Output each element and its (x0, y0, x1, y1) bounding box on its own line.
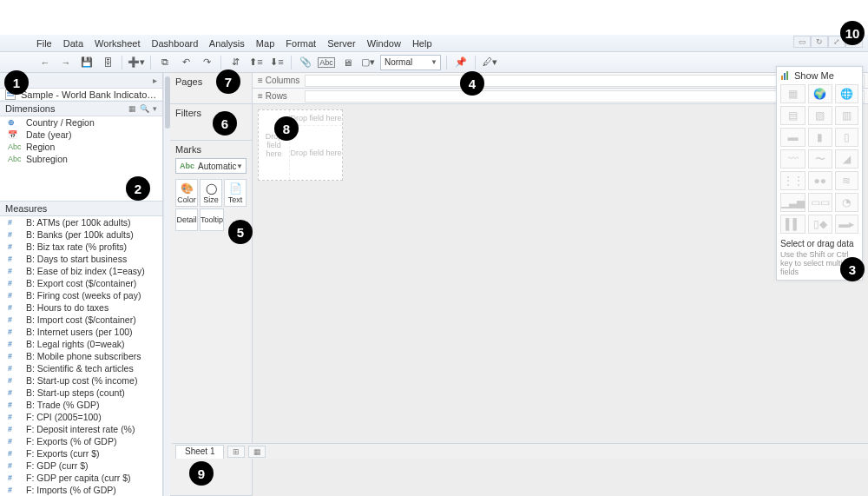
measure-field[interactable]: #B: Biz tax rate (% profits) (0, 241, 162, 253)
dimension-field[interactable]: AbcSubregion (0, 153, 162, 165)
dimensions-view-icon[interactable]: ▦ (128, 101, 136, 116)
filters-shelf[interactable]: Filters (170, 104, 252, 141)
sort-asc-button[interactable]: ⬆≡ (247, 55, 265, 70)
viztype-map-sym[interactable]: 🌍 (808, 84, 832, 103)
viztype-bar-v[interactable]: ▮ (808, 128, 832, 147)
measure-field[interactable]: #B: Start-up steps (count) (0, 387, 162, 399)
dimensions-search-icon[interactable]: 🔍 (140, 101, 149, 116)
menu-format[interactable]: Format (286, 38, 316, 49)
measure-field[interactable]: #B: Scientific & tech articles (0, 362, 162, 374)
menu-server[interactable]: Server (327, 38, 355, 49)
viztype-tree[interactable]: ▭▭ (808, 193, 832, 212)
dimensions-menu-icon[interactable]: ▾ (153, 101, 157, 116)
menu-map[interactable]: Map (256, 38, 274, 49)
callout-badge-4: 4 (460, 71, 484, 96)
text-button[interactable]: 📄Text (224, 179, 247, 207)
tooltip-button[interactable]: Tooltip (200, 208, 224, 231)
menu-analysis[interactable]: Analysis (209, 38, 245, 49)
measure-field[interactable]: #F: Imports (% of GDP) (0, 484, 162, 496)
view-drop-zone[interactable]: Drop field here Drop field here Drop fie… (258, 109, 343, 181)
measure-field[interactable]: #B: Start-up cost (% income) (0, 374, 162, 387)
measure-field[interactable]: #F: Exports (% of GDP) (0, 435, 162, 447)
undo-button[interactable]: ↶ (177, 55, 194, 70)
menu-data[interactable]: Data (63, 38, 83, 49)
highlight-button[interactable]: 🖊▾ (481, 55, 498, 70)
measure-field[interactable]: #B: Export cost ($/container) (0, 277, 162, 289)
detail-button[interactable]: Detail (175, 208, 198, 231)
viztype-bar-stack[interactable]: ▯ (835, 128, 859, 147)
measure-field[interactable]: #B: Trade (% GDP) (0, 399, 162, 411)
marktype-dropdown[interactable]: Abc Automatic ▼ (175, 158, 247, 174)
measure-field[interactable]: #B: Internet users (per 100) (0, 326, 162, 338)
fit-button[interactable]: ▢▾ (359, 55, 377, 70)
measure-field[interactable]: #B: ATMs (per 100k adults) (0, 216, 162, 228)
pin-button[interactable]: 📌 (452, 55, 470, 70)
measure-field[interactable]: #B: Mobile phone subscribers (0, 350, 162, 362)
save-button[interactable]: 💾 (78, 55, 95, 70)
measure-field[interactable]: #B: Import cost ($/container) (0, 314, 162, 326)
swap-axes-button[interactable]: ⇵ (227, 55, 244, 70)
viztype-dual[interactable]: ≋ (835, 171, 859, 190)
measure-field[interactable]: #F: Deposit interest rate (%) (0, 423, 162, 435)
viztype-map-fill[interactable]: 🌐 (835, 84, 859, 103)
viztype-pie[interactable]: ◔ (835, 193, 859, 212)
back-button[interactable]: ← (36, 55, 54, 70)
data-pane-menu-icon[interactable]: ▸ (153, 73, 157, 89)
measures-list: #B: ATMs (per 100k adults)#B: Banks (per… (0, 216, 162, 496)
scrollbar-thumb[interactable] (165, 76, 170, 129)
measure-field[interactable]: #F: CPI (2005=100) (0, 411, 162, 423)
presentation-button[interactable]: 🖥 (339, 55, 356, 70)
add-sheet-button[interactable]: ➕▾ (128, 55, 145, 70)
viztype-area[interactable]: ◢ (835, 149, 859, 169)
dimension-field[interactable]: 📅Date (year) (0, 129, 162, 141)
size-button[interactable]: ◯Size (200, 179, 222, 207)
viztype-scatter[interactable]: ⋮⋮ (780, 171, 806, 190)
menu-dashboard[interactable]: Dashboard (152, 38, 199, 49)
measure-field[interactable]: #B: Days to start business (0, 253, 162, 265)
measure-field[interactable]: #B: Legal rights (0=weak) (0, 338, 162, 350)
viztype-box[interactable]: ▯◆ (808, 215, 832, 234)
datasource-button[interactable]: 🗄 (99, 55, 116, 70)
duplicate-button[interactable]: ⧉ (156, 55, 174, 70)
viztype-line2[interactable]: 〜 (808, 149, 832, 169)
measure-field[interactable]: #B: Hours to do taxes (0, 301, 162, 314)
forward-button[interactable]: → (57, 55, 75, 70)
dimension-field[interactable]: ⊕Country / Region (0, 116, 162, 129)
group-button[interactable]: 📎 (297, 55, 314, 70)
menu-worksheet[interactable]: Worksheet (95, 38, 140, 49)
viztype-highlight[interactable]: ▧ (808, 106, 832, 125)
number-icon: # (7, 472, 23, 484)
data-pane-scrollbar[interactable] (163, 73, 170, 496)
sort-desc-button[interactable]: ⬇≡ (268, 55, 286, 70)
viztype-heat[interactable]: ▤ (780, 106, 806, 125)
labels-button[interactable]: Abc (318, 55, 335, 70)
measure-field[interactable]: #F: Exports (curr $) (0, 447, 162, 460)
sheet-tab-1[interactable]: Sheet 1 (175, 445, 224, 459)
menu-file[interactable]: File (36, 38, 52, 49)
measure-field[interactable]: #F: GDP per capita (curr $) (0, 472, 162, 484)
color-button[interactable]: 🎨Color (175, 179, 198, 207)
viztype-side[interactable]: ▌▌ (780, 215, 806, 234)
measure-field[interactable]: #B: Banks (per 100k adults) (0, 228, 162, 241)
viztype-bullet[interactable]: ▬▸ (835, 215, 859, 234)
viztype-line[interactable]: 〰 (780, 149, 806, 169)
show-me-title[interactable]: Show Me (780, 70, 858, 81)
dimensions-header: Dimensions ▦ 🔍 ▾ (0, 101, 162, 116)
new-worksheet-button[interactable]: ⊞ (227, 446, 245, 458)
measure-field[interactable]: #B: Firing cost (weeks of pay) (0, 289, 162, 301)
new-dashboard-button[interactable]: ▦ (248, 446, 266, 458)
viztype-bar-h[interactable]: ▬ (780, 128, 806, 147)
viztype-hist[interactable]: ▁▃▅ (780, 193, 806, 212)
measure-field[interactable]: #F: GDP (curr $) (0, 460, 162, 472)
menu-window[interactable]: Window (367, 38, 401, 49)
tab-refresh[interactable]: ↻ (811, 36, 828, 48)
viztype-text[interactable]: ▥ (835, 106, 859, 125)
viztype-table[interactable]: ▦ (780, 84, 806, 103)
dimension-field[interactable]: AbcRegion (0, 141, 162, 153)
redo-button[interactable]: ↷ (198, 55, 215, 70)
viztype-circle[interactable]: ●● (808, 171, 832, 190)
measure-field[interactable]: #B: Ease of biz index (1=easy) (0, 265, 162, 277)
menu-help[interactable]: Help (412, 38, 432, 49)
viewmode-dropdown[interactable]: Normal▼ (380, 55, 441, 70)
tab-presentation[interactable]: ▭ (793, 36, 811, 48)
